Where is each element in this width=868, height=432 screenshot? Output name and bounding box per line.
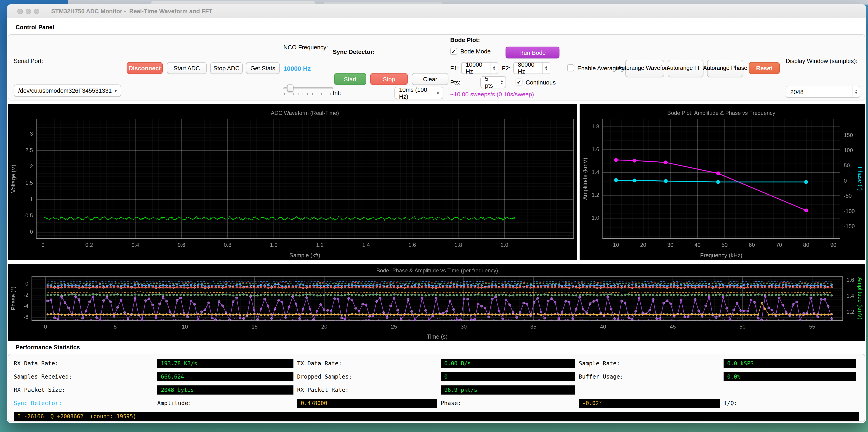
stepper-down-icon[interactable]: ▼ [500,82,503,85]
window-title: STM32H750 ADC Monitor - Real-Time Wavefo… [51,8,212,14]
background-window [68,0,868,5]
sweep-rate-info: ~10.00 sweeps/s (0.10s/sweep) [450,91,534,98]
continuous-checkbox[interactable]: ✓ [516,78,522,86]
stat-label: RX Packet Size: [14,386,157,395]
maximize-button[interactable] [34,9,39,14]
stepper-down-icon[interactable]: ▼ [545,68,548,71]
sync-start-button[interactable]: Start [334,73,366,85]
adc-waveform-chart[interactable] [8,104,577,260]
adc-waveform-canvas[interactable] [8,104,577,260]
bode-time-chart[interactable] [8,264,865,341]
iq-label: I/Q: [723,399,859,408]
bode-mode-checkbox[interactable]: ✓ [450,48,457,55]
start-adc-button[interactable]: Start ADC [167,62,207,74]
close-button[interactable] [18,9,23,14]
stat-value: 0.00 B/s [441,359,575,368]
performance-statistics-heading: Performance Statistics [16,344,80,351]
amplitude-value: 0.478000 [297,399,437,408]
stat-label: Buffer Usage: [579,372,723,381]
stat-value: 0.0% [723,372,856,381]
disconnect-button[interactable]: Disconnect [127,62,163,74]
sync-stop-button[interactable]: Stop [370,73,408,85]
autorange-phase-button[interactable]: Autorange Phase [707,60,743,77]
pts-value: 5 pts [481,75,498,89]
pts-stepper[interactable]: ▲▼ [498,77,505,88]
autorange-waveform-button[interactable]: Autorange Waveform [625,60,664,77]
pts-spinner[interactable]: 5 pts ▲▼ [480,76,506,88]
serial-port-label: Serial Port: [14,58,43,64]
f2-stepper[interactable]: ▲▼ [542,63,550,73]
sync-interval-select[interactable]: 10ms (100 Hz) ▼ [395,87,443,99]
stepper-down-icon[interactable]: ▼ [855,92,858,95]
slider-ticks [284,93,331,95]
f1-stepper[interactable]: ▲▼ [490,63,498,73]
stat-label: RX Packet Rate: [297,386,441,395]
f1-label: F1: [450,65,459,72]
stepper-down-icon[interactable]: ▼ [493,68,496,71]
nco-frequency-value: 10000 Hz [283,65,311,72]
f2-value: 80000 Hz [514,61,542,75]
sync-clear-button[interactable]: Clear [412,73,448,85]
f2-spinner[interactable]: 80000 Hz ▲▼ [513,62,550,74]
nco-frequency-slider[interactable] [283,85,333,92]
enable-averaging-checkbox[interactable]: ✓ [567,64,574,71]
stat-value: 193.78 KB/s [157,359,293,368]
display-window-stepper[interactable]: ▲▼ [852,86,860,97]
stop-adc-button[interactable]: Stop ADC [210,62,243,74]
f1-value: 10000 Hz [462,61,490,75]
stat-label: RX Data Rate: [14,359,157,368]
app-window: STM32H750 ADC Monitor - Real-Time Wavefo… [7,4,866,423]
enable-averaging-label: Enable Averaging [577,65,624,72]
bode-plot-label: Bode Plot: [450,36,480,43]
iq-value: I=-26166 Q=+2008662 (count: 19595) [14,412,859,421]
stat-value: 2048 bytes [157,386,293,395]
nco-frequency-label: NCO Frequency: [283,44,328,51]
bode-mode-label: Bode Mode [460,48,491,55]
check-icon: ✓ [452,48,456,55]
stats-grid: RX Data Rate: 193.78 KB/s TX Data Rate: … [14,359,859,421]
performance-statistics-panel: RX Data Rate: 193.78 KB/s TX Data Rate: … [8,354,865,422]
display-window-spinner[interactable]: 2048 ▲▼ [786,86,860,98]
phase-label: Phase: [441,399,579,408]
bode-time-canvas[interactable] [8,264,865,341]
continuous-label: Continuous [526,79,556,86]
dropdown-arrow-icon: ▼ [436,91,440,95]
pts-label: Pts: [450,79,461,86]
desktop: STM32H750 ADC Monitor - Real-Time Wavefo… [0,0,868,432]
get-stats-button[interactable]: Get Stats [246,62,280,74]
stat-value: 0.0 kSPS [723,359,856,368]
bode-frequency-chart[interactable] [580,104,865,260]
sync-interval-value: 10ms (100 Hz) [399,86,433,100]
f2-label: F2: [502,65,510,72]
sync-detector-stats-label: Sync Detector: [14,399,157,408]
minimize-button[interactable] [26,9,31,14]
charts-row [8,104,865,260]
stat-label: Sample Rate: [579,359,723,368]
control-panel: Serial Port: Disconnect Start ADC Stop A… [8,34,865,100]
reset-button[interactable]: Reset [749,62,780,74]
stat-value: 666,624 [157,372,293,381]
sync-interval-label: Int: [333,90,341,96]
bode-frequency-canvas[interactable] [580,104,865,260]
stat-label: Dropped Samples: [297,372,441,381]
run-bode-button[interactable]: Run Bode [505,46,559,59]
serial-port-select[interactable]: /dev/cu.usbmodem326F345531331 ▼ [14,85,121,97]
display-window-label: Display Window (samples): [786,58,858,64]
titlebar[interactable]: STM32H750 ADC Monitor - Real-Time Wavefo… [7,4,866,18]
control-panel-heading: Control Panel [16,24,54,31]
slider-knob[interactable] [287,85,293,92]
f1-spinner[interactable]: 10000 Hz ▲▼ [461,62,498,74]
stat-label: TX Data Rate: [297,359,441,368]
amplitude-label: Amplitude: [157,399,297,408]
stat-value: 96.9 pkt/s [441,386,575,395]
phase-value: -0.02° [579,399,720,408]
serial-port-value: /dev/cu.usbmodem326F345531331 [18,87,112,94]
dropdown-arrow-icon: ▼ [114,89,118,93]
sync-detector-label: Sync Detector: [333,48,375,55]
check-icon: ✓ [517,79,521,85]
autorange-fft-button[interactable]: Autorange FFT [668,60,704,77]
display-window-value: 2048 [786,88,852,95]
stat-value: 0 [441,372,575,381]
stat-label: Samples Received: [14,372,157,381]
